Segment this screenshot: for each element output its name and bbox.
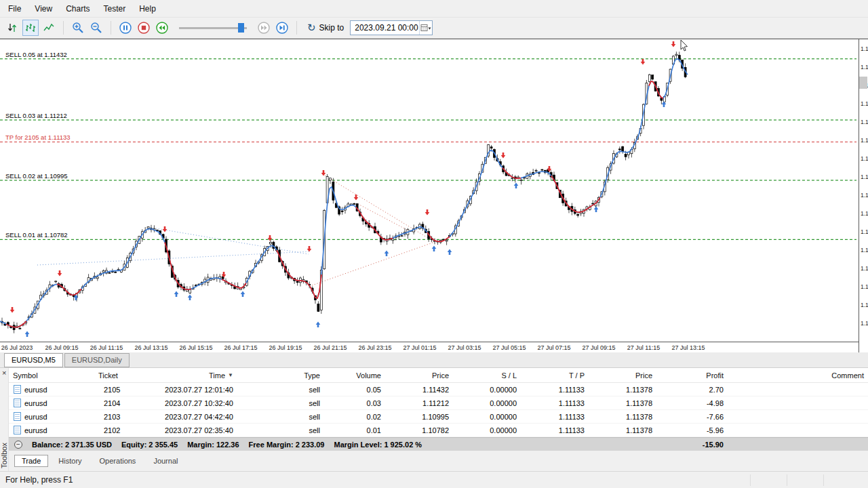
- table-row[interactable]: eurusd 2104 2023.07.27 10:32:40 sell 0.0…: [9, 396, 868, 410]
- table-row[interactable]: eurusd 2103 2023.07.27 04:42:40 sell 0.0…: [9, 410, 868, 424]
- col-symbol[interactable]: Symbol: [9, 371, 92, 380]
- col-profit[interactable]: Profit: [656, 371, 728, 380]
- time-axis-label: 26 Jul 2023: [1, 344, 33, 351]
- ma-line-red: [277, 250, 321, 298]
- tab-history[interactable]: History: [51, 455, 89, 467]
- cell-time: 2023.07.27 04:42:40: [153, 413, 237, 421]
- tab-journal[interactable]: Journal: [146, 455, 185, 467]
- free-margin-value: Free Margin: 2 233.09: [249, 441, 325, 449]
- table-header-row: Symbol Ticket Time▼ Type Volume Price S …: [9, 368, 868, 383]
- time-axis-label: 26 Jul 19:15: [269, 344, 302, 351]
- col-time[interactable]: Time▼: [153, 371, 237, 380]
- col-volume[interactable]: Volume: [324, 371, 385, 380]
- menu-charts[interactable]: Charts: [59, 1, 96, 17]
- cell-sl: 0.00000: [453, 386, 521, 394]
- time-axis-label: 27 Jul 09:15: [582, 344, 615, 351]
- col-type[interactable]: Type: [237, 371, 324, 380]
- tab-trade[interactable]: Trade: [14, 455, 48, 467]
- rewind-button[interactable]: [154, 20, 170, 36]
- pause-button[interactable]: [117, 20, 134, 36]
- tab-eurusd-daily[interactable]: EURUSD,Daily: [64, 353, 130, 367]
- stop-button[interactable]: [136, 20, 152, 36]
- sell-order-label: SELL 0.01 at 1.10782: [5, 231, 68, 239]
- slider-thumb[interactable]: [238, 23, 244, 33]
- close-toolbox-button[interactable]: ×: [2, 370, 6, 376]
- cell-current-price: 1.11378: [589, 399, 656, 407]
- col-tp[interactable]: T / P: [521, 371, 589, 380]
- price-axis-label: 1.11010: [861, 174, 868, 180]
- price-scale-thumb[interactable]: [859, 77, 867, 89]
- skip-to-date-input[interactable]: 2023.09.21 00:00: [350, 20, 433, 35]
- cell-symbol: eurusd: [24, 426, 47, 434]
- trend-line: [148, 227, 309, 254]
- calendar-dropdown-icon: [420, 24, 431, 33]
- menu-tester[interactable]: Tester: [96, 1, 132, 17]
- skip-to-date-value: 2023.09.21 00:00: [355, 23, 418, 33]
- ma-line-red: [551, 176, 600, 212]
- speed-slider[interactable]: [179, 21, 247, 35]
- cell-sl: 0.00000: [453, 426, 521, 434]
- equity-value: Equity: 2 355.45: [121, 441, 178, 449]
- price-axis-label: 1.11273: [861, 100, 868, 107]
- chart-tab-bar: EURUSD,M5 EURUSD,Daily: [0, 352, 868, 368]
- bars-chart-button[interactable]: [22, 20, 39, 36]
- buy-arrow: [25, 331, 30, 338]
- price-axis-label: 1.11075: [861, 155, 868, 162]
- time-axis-label: 26 Jul 21:15: [313, 344, 347, 351]
- time-axis-label: 26 Jul 09:15: [45, 344, 78, 351]
- cell-type: sell: [237, 399, 324, 407]
- skip-to-end-icon: [275, 21, 289, 35]
- ma-line-blue: [0, 59, 688, 327]
- tab-operations[interactable]: Operations: [92, 455, 144, 467]
- col-ticket[interactable]: Ticket: [92, 371, 153, 380]
- chart-canvas[interactable]: SELL 0.05 at 1.11432SELL 0.03 at 1.11212…: [0, 39, 859, 342]
- buy-arrow: [594, 207, 599, 213]
- trend-line: [325, 176, 435, 242]
- time-axis-label: 26 Jul 23:15: [358, 344, 391, 351]
- tab-eurusd-m5[interactable]: EURUSD,M5: [4, 353, 63, 367]
- line-chart-button[interactable]: [41, 20, 57, 36]
- col-sl[interactable]: S / L: [453, 371, 521, 380]
- skip-forward-button[interactable]: [256, 20, 272, 36]
- cell-type: sell: [237, 386, 324, 394]
- zoom-in-button[interactable]: [70, 20, 86, 36]
- menu-file[interactable]: File: [1, 1, 28, 17]
- cell-price: 1.10995: [385, 413, 453, 421]
- position-icon: [14, 385, 21, 394]
- buy-arrow: [241, 291, 245, 298]
- price-axis-label: 1.10615: [861, 283, 868, 290]
- mouse-cursor: [681, 40, 688, 51]
- bars-chart-icon: [25, 22, 36, 33]
- sell-arrow: [163, 226, 167, 232]
- col-price[interactable]: Price: [385, 371, 453, 380]
- col-current-price[interactable]: Price: [589, 371, 656, 380]
- buy-arrow: [514, 183, 519, 189]
- buy-arrow: [448, 249, 452, 256]
- table-row[interactable]: eurusd 2102 2023.07.27 02:35:40 sell 0.0…: [9, 424, 868, 437]
- sell-arrow: [671, 41, 676, 47]
- menu-view[interactable]: View: [28, 1, 59, 17]
- collapse-icon[interactable]: −: [14, 441, 22, 449]
- cell-time: 2023.07.27 02:35:40: [153, 426, 237, 434]
- col-comment[interactable]: Comment: [728, 371, 868, 380]
- buy-arrow: [188, 295, 193, 301]
- tick-chart-button[interactable]: [4, 20, 20, 36]
- price-axis-label: 1.10878: [861, 210, 868, 217]
- table-row[interactable]: eurusd 2105 2023.07.27 12:01:40 sell 0.0…: [9, 383, 868, 396]
- buy-arrow: [316, 322, 321, 328]
- price-chart[interactable]: SELL 0.05 at 1.11432SELL 0.03 at 1.11212…: [0, 39, 868, 352]
- date-dropdown-button[interactable]: [419, 21, 432, 35]
- zoom-out-button[interactable]: [88, 20, 104, 36]
- cell-tp: 1.11133: [521, 426, 589, 434]
- position-icon: [14, 399, 21, 407]
- position-icon: [14, 426, 21, 434]
- menu-help[interactable]: Help: [132, 1, 163, 17]
- account-summary-row: − Balance: 2 371.35 USD Equity: 2 355.45…: [9, 437, 868, 451]
- cell-sl: 0.00000: [453, 413, 521, 421]
- cell-current-price: 1.11378: [589, 426, 656, 434]
- sell-order-label: SELL 0.05 at 1.11432: [5, 51, 67, 58]
- skip-to-end-button[interactable]: [274, 20, 290, 36]
- status-separator: [823, 474, 824, 486]
- status-separator: [787, 474, 787, 486]
- cell-type: sell: [237, 413, 324, 421]
